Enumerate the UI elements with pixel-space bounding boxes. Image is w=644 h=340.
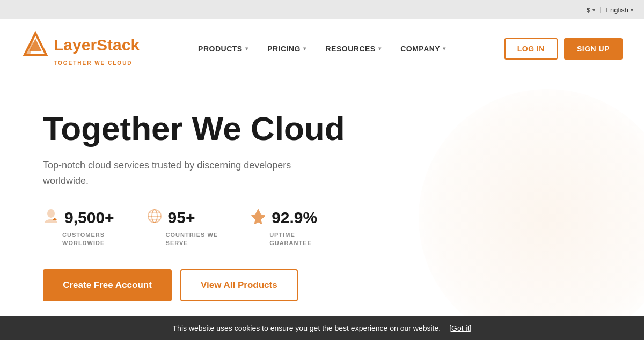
stat-countries-top: 95+	[147, 208, 195, 228]
countries-label: COUNTRIES WE SERVE	[147, 231, 218, 248]
nav-item-products[interactable]: PRODUCTS ▾	[198, 45, 248, 53]
stat-uptime: 92.9% UPTIME GUARANTEE	[250, 208, 317, 248]
logo-area[interactable]: LayerStack TOGETHER WE CLOUD	[21, 31, 140, 66]
stat-countries: 95+ COUNTRIES WE SERVE	[147, 208, 218, 248]
svg-point-3	[48, 210, 54, 217]
customers-icon	[43, 208, 59, 228]
currency-label: $	[587, 6, 590, 14]
top-bar-divider: |	[599, 6, 601, 13]
stat-customers-top: 9,500+	[43, 208, 114, 228]
logo-tagline: TOGETHER WE CLOUD	[54, 60, 133, 66]
logo-text: LayerStack	[54, 36, 140, 54]
stat-uptime-top: 92.9%	[250, 208, 317, 228]
hero-buttons: Create Free Account View All Products	[43, 269, 601, 301]
customers-label: CUSTOMERS WORLDWIDE	[43, 231, 105, 248]
language-label: English	[605, 6, 628, 14]
nav-buttons: LOG IN SIGN UP	[504, 38, 623, 60]
cookie-text: This website uses cookies to ensure you …	[173, 324, 441, 332]
countries-number: 95+	[168, 209, 195, 227]
nav-item-company[interactable]: COMPANY ▾	[400, 45, 446, 53]
currency-chevron: ▾	[592, 7, 595, 13]
svg-marker-9	[251, 209, 265, 224]
view-products-button[interactable]: View All Products	[180, 269, 298, 301]
nav-item-resources[interactable]: RESOURCES ▾	[326, 45, 382, 53]
stats-row: 9,500+ CUSTOMERS WORLDWIDE	[43, 208, 601, 248]
top-bar: $ ▾ | English ▾	[0, 0, 644, 19]
nav-item-pricing[interactable]: PRICING ▾	[267, 45, 306, 53]
language-chevron: ▾	[631, 7, 633, 13]
stat-customers: 9,500+ CUSTOMERS WORLDWIDE	[43, 208, 114, 248]
create-account-button[interactable]: Create Free Account	[43, 269, 172, 301]
hero-subheading: Top-notch cloud services trusted by disc…	[43, 158, 322, 189]
hero-section: Together We Cloud Top-notch cloud servic…	[0, 78, 644, 340]
company-chevron: ▾	[443, 46, 446, 51]
cookie-banner: This website uses cookies to ensure you …	[0, 316, 644, 340]
nav-links: PRODUCTS ▾ PRICING ▾ RESOURCES ▾ COMPANY…	[198, 45, 446, 53]
resources-chevron: ▾	[378, 46, 382, 51]
countries-icon	[147, 208, 163, 228]
uptime-label: UPTIME GUARANTEE	[250, 231, 312, 248]
currency-selector[interactable]: $ ▾	[587, 6, 595, 14]
uptime-icon	[250, 208, 266, 228]
logo-row: LayerStack	[21, 31, 140, 59]
customers-number: 9,500+	[64, 209, 114, 227]
language-selector[interactable]: English ▾	[605, 6, 633, 14]
uptime-number: 92.9%	[272, 209, 317, 227]
logo-icon	[21, 31, 49, 59]
cookie-accept-link[interactable]: [Got it]	[449, 324, 471, 332]
signup-button[interactable]: SIGN UP	[564, 38, 623, 60]
hero-heading: Together We Cloud	[43, 110, 386, 147]
pricing-chevron: ▾	[303, 46, 306, 51]
main-nav: LayerStack TOGETHER WE CLOUD PRODUCTS ▾ …	[0, 19, 644, 78]
login-button[interactable]: LOG IN	[504, 38, 558, 60]
products-chevron: ▾	[245, 46, 248, 51]
